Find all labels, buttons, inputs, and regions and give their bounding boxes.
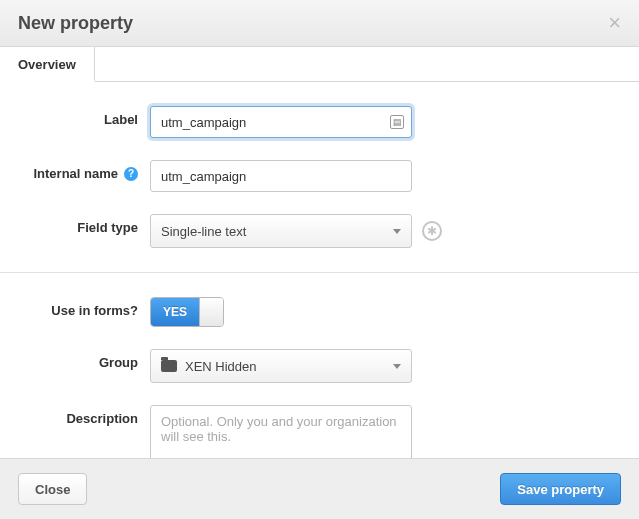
toggle-state: YES (151, 298, 199, 326)
field-type-label: Field type (0, 214, 150, 235)
description-label: Description (0, 405, 150, 426)
group-value: XEN Hidden (185, 359, 257, 374)
field-type-select[interactable]: Single-line text (150, 214, 412, 248)
toggle-knob (199, 298, 223, 326)
close-button[interactable]: Close (18, 473, 87, 505)
save-property-button[interactable]: Save property (500, 473, 621, 505)
use-in-forms-label: Use in forms? (0, 297, 150, 318)
chevron-down-icon (393, 229, 401, 234)
gear-icon[interactable]: ✱ (422, 221, 442, 241)
modal-header: New property × (0, 0, 639, 47)
description-textarea[interactable] (150, 405, 412, 458)
help-icon[interactable]: ? (124, 167, 138, 181)
internal-name-label: Internal name (33, 166, 118, 181)
tab-overview[interactable]: Overview (0, 47, 95, 82)
new-property-modal: New property × Overview Label ▤ Internal… (0, 0, 639, 519)
chevron-down-icon (393, 364, 401, 369)
tab-bar: Overview (0, 47, 639, 82)
close-icon[interactable]: × (608, 12, 621, 34)
folder-icon (161, 360, 177, 372)
internal-name-input[interactable] (150, 160, 412, 192)
label-label: Label (0, 106, 150, 127)
group-select[interactable]: XEN Hidden (150, 349, 412, 383)
label-input[interactable] (150, 106, 412, 138)
use-in-forms-toggle[interactable]: YES (150, 297, 224, 327)
modal-title: New property (18, 13, 133, 34)
modal-footer: Close Save property (0, 458, 639, 519)
field-type-value: Single-line text (161, 224, 246, 239)
group-label: Group (0, 349, 150, 370)
form-area: Label ▤ Internal name ? Field (0, 82, 639, 458)
